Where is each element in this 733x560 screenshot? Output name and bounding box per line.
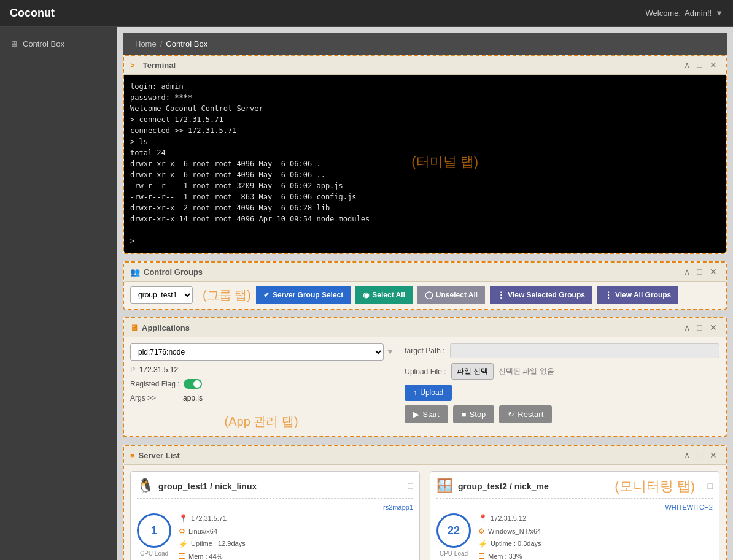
- groups-body: group_test1 group_test2 (그룹 탭) ✔ Server …: [124, 282, 726, 309]
- breadcrumb-current: Control Box: [166, 39, 207, 48]
- apps-body: pid:7176:node ▼ P_172.31.5.12 Registed F…: [124, 337, 726, 436]
- apps-panel-controls: ∧ □ ✕: [681, 322, 719, 333]
- server-1-mem: Mem : 44%: [188, 552, 223, 560]
- groups-close-btn[interactable]: ✕: [707, 266, 719, 277]
- flag-toggle[interactable]: [184, 379, 202, 389]
- terminal-minimize-btn[interactable]: ∧: [681, 59, 692, 71]
- server-1-mem-row: ☰ Mem : 44%: [179, 551, 413, 560]
- server-1-alias: rs2mapp1: [137, 504, 413, 511]
- server-1-copy-icon[interactable]: □: [408, 481, 413, 491]
- server-2-copy-icon[interactable]: □: [708, 481, 713, 491]
- restart-btn[interactable]: ↻ Restart: [499, 405, 552, 423]
- windows-icon: 🪟: [436, 478, 453, 494]
- upload-btn[interactable]: ↑ Upload: [405, 385, 452, 401]
- server-2-cpu-label: CPU Load: [440, 550, 468, 557]
- server-2-mem: Mem : 33%: [488, 552, 522, 560]
- groups-panel-controls: ∧ □ ✕: [681, 266, 719, 277]
- server-card-1: 🐧 group_test1 / nick_linux □ rs2mapp1 1 …: [130, 471, 420, 560]
- sidebar: 🖥 Control Box: [0, 27, 117, 560]
- server-2-uptime: Uptime : 0.3days: [491, 539, 541, 548]
- server-list-panel-header: ≡ Server List ∧ □ ✕: [124, 446, 726, 465]
- server-list-expand-btn[interactable]: □: [695, 450, 705, 461]
- server-list-icon: ≡: [130, 451, 135, 460]
- server-1-cpu-label: CPU Load: [140, 550, 168, 557]
- server-2-cpu: 22 CPU Load: [436, 513, 471, 557]
- view-selected-groups-btn[interactable]: ⋮ View Selected Groups: [490, 286, 592, 304]
- select-all-btn[interactable]: ◉ Select All: [355, 286, 413, 304]
- terminal-expand-btn[interactable]: □: [695, 59, 705, 71]
- app-select-dropdown[interactable]: pid:7176:node: [130, 343, 384, 361]
- select-all-icon: ◉: [363, 291, 369, 299]
- upload-file-row: Upload File : 파일 선택 선택된 파일 없음: [405, 363, 719, 380]
- monitor-icon: 🖥: [10, 39, 18, 48]
- upload-file-label: Upload File :: [405, 367, 446, 376]
- groups-expand-btn[interactable]: □: [695, 266, 705, 277]
- apps-left-panel: pid:7176:node ▼ P_172.31.5.12 Registed F…: [130, 343, 392, 430]
- terminal-tab-label: (터미널 탭): [411, 152, 478, 172]
- server-card-1-body: 1 CPU Load 📍 172.31.5.71 ⚙ Lin: [137, 513, 413, 560]
- view-all-icon: ⋮: [605, 291, 612, 299]
- server-1-cpu-circle: 1: [137, 513, 171, 548]
- stop-btn[interactable]: ■ Stop: [453, 405, 495, 423]
- upload-btn-row: ↑ Upload: [405, 385, 719, 401]
- server-1-ip: 172.31.5.71: [191, 514, 227, 523]
- unselect-all-btn[interactable]: ◯ Unselect All: [417, 286, 485, 304]
- server-2-os-row: ⚙ Windows_NT/x64: [478, 526, 713, 537]
- user-info: Welcome, Admin!! ▼: [645, 9, 723, 18]
- server-card-1-header: 🐧 group_test1 / nick_linux □: [137, 478, 413, 499]
- flag-label: Registed Flag :: [130, 380, 180, 388]
- server-2-os: Windows_NT/x64: [488, 527, 541, 536]
- sidebar-item-controlbox[interactable]: 🖥 Control Box: [0, 33, 117, 55]
- server-list-close-btn[interactable]: ✕: [707, 450, 719, 461]
- location-icon-1: 📍: [179, 513, 188, 524]
- apps-tab-label: (App 관리 탭): [130, 413, 392, 430]
- server-2-ip-row: 📍 172.31.5.12: [478, 513, 713, 524]
- apps-close-btn[interactable]: ✕: [707, 322, 719, 333]
- groups-title-text: Control Groups: [144, 267, 203, 277]
- server-2-mem-row: ☰ Mem : 33%: [478, 551, 713, 560]
- app-flag-row: Registed Flag :: [130, 379, 392, 389]
- groups-minimize-btn[interactable]: ∧: [681, 266, 692, 277]
- caret-icon[interactable]: ▼: [715, 9, 723, 18]
- start-btn[interactable]: ▶ Start: [405, 405, 448, 423]
- apps-expand-btn[interactable]: □: [695, 322, 705, 333]
- terminal-close-btn[interactable]: ✕: [707, 59, 719, 71]
- apps-minimize-btn[interactable]: ∧: [681, 322, 692, 333]
- groups-panel-header: 👥 Control Groups ∧ □ ✕: [124, 263, 726, 282]
- app-select-row: pid:7176:node ▼: [130, 343, 392, 361]
- server-list-panel: ≡ Server List ∧ □ ✕ 🐧 group_test1 / nick…: [123, 445, 727, 560]
- group-select-dropdown[interactable]: group_test1 group_test2: [130, 286, 193, 304]
- server-list-title-text: Server List: [139, 451, 180, 460]
- mem-icon-1: ☰: [179, 551, 185, 560]
- server-2-cpu-circle: 22: [436, 513, 471, 548]
- target-path-label: target Path :: [405, 347, 444, 355]
- username: Admin!!: [685, 9, 712, 18]
- applications-panel: 🖥 Applications ∧ □ ✕ pid:7176:node ▼: [123, 317, 727, 437]
- groups-icon: 👥: [130, 267, 140, 277]
- server-2-alias: WHITEWITCH2: [436, 504, 713, 511]
- view-all-groups-btn[interactable]: ⋮ View All Groups: [597, 286, 678, 304]
- terminal-body[interactable]: login: admin password: **** Welcome Coco…: [124, 75, 726, 253]
- mem-icon-2: ☰: [478, 551, 485, 560]
- app-action-btns: ▶ Start ■ Stop ↻ Restart: [405, 405, 719, 423]
- server-1-name: group_test1 / nick_linux: [158, 481, 403, 491]
- breadcrumb-home[interactable]: Home: [135, 39, 157, 48]
- server-2-info: 📍 172.31.5.12 ⚙ Windows_NT/x64 ⚡ Uptime …: [478, 513, 713, 560]
- os-icon-1: ⚙: [179, 526, 185, 537]
- upload-icon: ↑: [413, 388, 417, 397]
- terminal-panel-header: >_ Terminal ∧ □ ✕: [124, 56, 726, 75]
- terminal-title: >_ Terminal: [130, 61, 176, 70]
- server-1-os-row: ⚙ Linux/x64: [179, 526, 413, 537]
- stop-icon: ■: [462, 410, 467, 419]
- server-list-minimize-btn[interactable]: ∧: [681, 450, 692, 461]
- target-path-input[interactable]: [450, 343, 719, 358]
- server-2-ip: 172.31.5.12: [491, 514, 526, 523]
- terminal-panel: >_ Terminal ∧ □ ✕ login: admin password:…: [123, 55, 727, 254]
- server-1-info: 📍 172.31.5.71 ⚙ Linux/x64 ⚡ Uptime : 12.…: [179, 513, 413, 560]
- start-icon: ▶: [413, 410, 419, 419]
- location-icon-2: 📍: [478, 513, 487, 524]
- terminal-title-text: Terminal: [143, 61, 176, 70]
- server-list-wrapper: 🐧 group_test1 / nick_linux □ rs2mapp1 1 …: [124, 465, 726, 560]
- server-group-select-btn[interactable]: ✔ Server Group Select: [256, 286, 351, 304]
- file-choose-btn[interactable]: 파일 선택: [451, 363, 494, 380]
